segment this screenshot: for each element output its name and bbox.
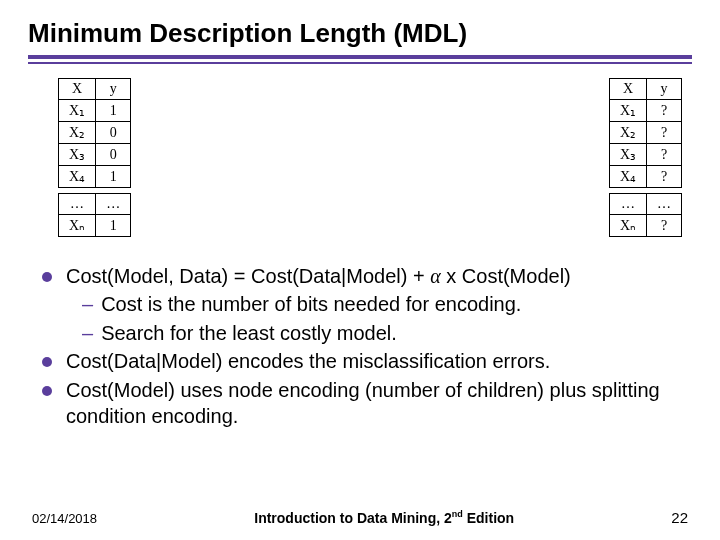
footer-date: 02/14/2018 — [32, 511, 97, 526]
tables-row: X y X₁ 1 X₂ 0 X₃ 0 X₄ 1 … … — [28, 78, 692, 237]
sub-list-item: – Search for the least costly model. — [82, 320, 682, 346]
table-row: X₄ ? — [609, 166, 681, 188]
text: Edition — [463, 510, 514, 526]
divider — [28, 62, 692, 64]
table-row: X₁ 1 — [59, 100, 131, 122]
cell: … — [59, 194, 96, 215]
table-row: X₁ ? — [609, 100, 681, 122]
bullet-icon — [42, 272, 52, 282]
cell: ? — [647, 166, 682, 188]
list-item-text: Cost(Model, Data) = Cost(Data|Model) + α… — [66, 263, 682, 289]
dash-icon: – — [82, 320, 93, 346]
cell: 1 — [96, 166, 131, 188]
table-header: X — [59, 79, 96, 100]
table-row: X₃ 0 — [59, 144, 131, 166]
cell: ? — [647, 122, 682, 144]
table-header: y — [647, 79, 682, 100]
cell: ? — [647, 100, 682, 122]
cell: … — [96, 194, 131, 215]
table-row: Xₙ 1 — [59, 215, 131, 237]
cell: 0 — [96, 144, 131, 166]
cell: X₃ — [59, 144, 96, 166]
text: Cost(Model, Data) = Cost(Data|Model) + — [66, 265, 430, 287]
sub-item-text: Cost is the number of bits needed for en… — [101, 291, 521, 317]
bullet-icon — [42, 357, 52, 367]
sub-item-text: Search for the least costly model. — [101, 320, 397, 346]
cell: … — [609, 194, 646, 215]
cell: X₂ — [59, 122, 96, 144]
right-table: X y X₁ ? X₂ ? X₃ ? X₄ ? … … — [609, 78, 682, 237]
cell: ? — [647, 144, 682, 166]
footer-title: Introduction to Data Mining, 2nd Edition — [254, 509, 514, 526]
table-row: … … — [609, 194, 681, 215]
list-item-text: Cost(Data|Model) encodes the misclassifi… — [66, 348, 682, 374]
cell: 1 — [96, 215, 131, 237]
cell: ? — [647, 215, 682, 237]
table-row: X₃ ? — [609, 144, 681, 166]
cell: Xₙ — [609, 215, 646, 237]
dash-icon: – — [82, 291, 93, 317]
list-item: Cost(Model) uses node encoding (number o… — [42, 377, 682, 430]
cell: X₁ — [59, 100, 96, 122]
table-header: y — [96, 79, 131, 100]
page-number: 22 — [671, 509, 688, 526]
table-row: Xₙ ? — [609, 215, 681, 237]
cell: X₄ — [59, 166, 96, 188]
table-header: X — [609, 79, 646, 100]
cell: X₁ — [609, 100, 646, 122]
list-item: Cost(Data|Model) encodes the misclassifi… — [42, 348, 682, 374]
superscript: nd — [452, 509, 463, 519]
footer: 02/14/2018 Introduction to Data Mining, … — [32, 509, 688, 526]
cell: Xₙ — [59, 215, 96, 237]
cell: 1 — [96, 100, 131, 122]
table-row: X₄ 1 — [59, 166, 131, 188]
table-row: X y — [59, 79, 131, 100]
divider — [28, 55, 692, 59]
list-item-text: Cost(Model) uses node encoding (number o… — [66, 377, 682, 430]
cell: X₄ — [609, 166, 646, 188]
table-row: X y — [609, 79, 681, 100]
list-item: Cost(Model, Data) = Cost(Data|Model) + α… — [42, 263, 682, 289]
text: x Cost(Model) — [441, 265, 571, 287]
bullet-icon — [42, 386, 52, 396]
sub-list-item: – Cost is the number of bits needed for … — [82, 291, 682, 317]
table-row: X₂ 0 — [59, 122, 131, 144]
body-list: Cost(Model, Data) = Cost(Data|Model) + α… — [28, 263, 692, 429]
left-table: X y X₁ 1 X₂ 0 X₃ 0 X₄ 1 … … — [58, 78, 131, 237]
alpha-symbol: α — [430, 265, 441, 287]
cell: 0 — [96, 122, 131, 144]
cell: X₂ — [609, 122, 646, 144]
page-title: Minimum Description Length (MDL) — [28, 18, 692, 49]
cell: X₃ — [609, 144, 646, 166]
table-row: … … — [59, 194, 131, 215]
table-row: X₂ ? — [609, 122, 681, 144]
text: Introduction to Data Mining, 2 — [254, 510, 452, 526]
cell: … — [647, 194, 682, 215]
